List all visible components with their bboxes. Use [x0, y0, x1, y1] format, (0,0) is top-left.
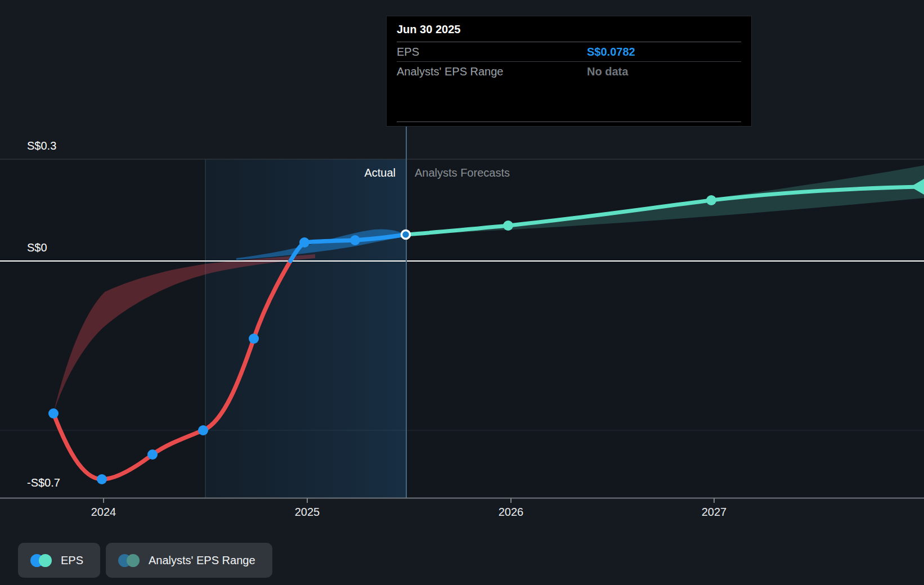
legend-label: EPS [61, 554, 83, 567]
legend-label: Analysts' EPS Range [149, 554, 255, 567]
eps-actual-point-0[interactable] [48, 408, 59, 418]
tooltip-row: EPSS$0.0782 [397, 42, 741, 62]
tooltip-row-value: No data [587, 62, 741, 81]
x-axis-label-2026: 2026 [486, 505, 536, 519]
forecast-phase-label: Analysts Forecasts [415, 166, 510, 179]
legend-pill-analysts-eps-range[interactable]: Analysts' EPS Range [106, 543, 272, 578]
tooltip-row-value: S$0.0782 [587, 42, 741, 61]
eps-forecast-point-0[interactable] [503, 220, 513, 231]
x-axis-label-2027: 2027 [689, 505, 739, 519]
y-axis-label-1: S$0 [27, 241, 47, 254]
chart-legend: EPSAnalysts' EPS Range [18, 543, 272, 578]
y-axis-label-2: -S$0.7 [27, 476, 60, 489]
tooltip-rows: EPSS$0.0782Analysts' EPS RangeNo data [387, 42, 751, 81]
eps-current-point[interactable] [402, 231, 410, 239]
actual-phase-label: Actual [283, 166, 396, 179]
eps-actual-point-4[interactable] [249, 334, 259, 344]
y-axis-label-0: S$0.3 [27, 139, 56, 152]
eps-actual-point-2[interactable] [147, 449, 158, 460]
eps-actual-point-6[interactable] [350, 235, 360, 245]
legend-dot [127, 554, 140, 567]
tooltip-row-label: Analysts' EPS Range [397, 62, 587, 81]
eps-actual-point-3[interactable] [198, 425, 208, 435]
tooltip-row-label: EPS [397, 42, 587, 61]
legend-dual-dot-icon [30, 554, 52, 567]
legend-pill-eps[interactable]: EPS [18, 543, 100, 578]
tooltip-row: Analysts' EPS RangeNo data [397, 62, 741, 81]
legend-dual-dot-icon [118, 554, 140, 567]
chart-tooltip: Jun 30 2025 EPSS$0.0782Analysts' EPS Ran… [386, 16, 752, 127]
tooltip-date: Jun 30 2025 [397, 16, 741, 42]
tooltip-bottom-divider [397, 122, 741, 122]
legend-dot [39, 554, 52, 567]
x-axis-label-2025: 2025 [282, 505, 333, 519]
highlight-period-band [205, 159, 406, 498]
x-axis-label-2024: 2024 [78, 505, 129, 519]
eps-forecast-chart: S$0.3S$0-S$0.7 2024202520262027 Actual A… [0, 0, 924, 585]
eps-actual-point-1[interactable] [97, 474, 107, 484]
eps-actual-point-5[interactable] [299, 237, 310, 248]
eps-forecast-point-1[interactable] [706, 195, 716, 205]
